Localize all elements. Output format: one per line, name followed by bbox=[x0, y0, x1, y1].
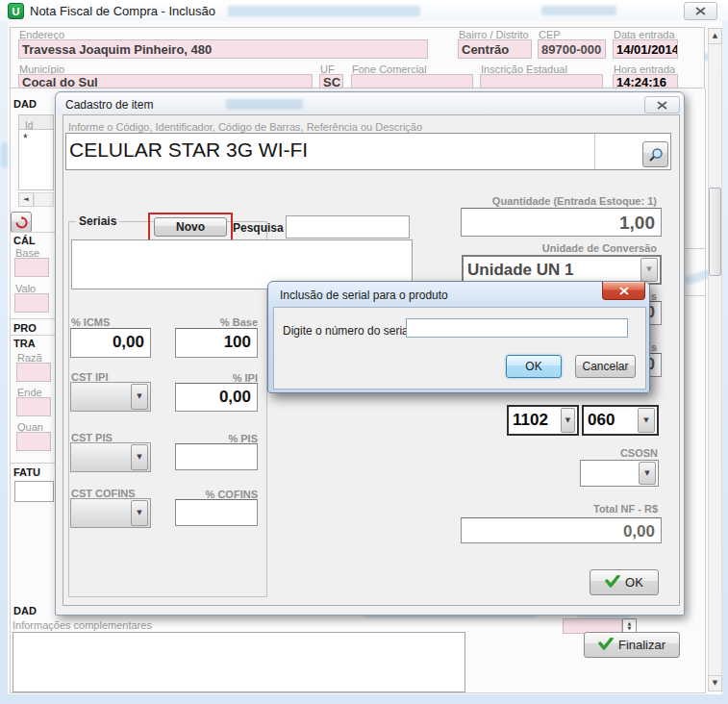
cst-icms-combo[interactable]: 060 ▼ bbox=[582, 405, 659, 436]
base-field[interactable] bbox=[14, 258, 49, 277]
chevron-down-icon: ▼ bbox=[137, 454, 141, 461]
grid-scroll-left-button[interactable]: ◄ bbox=[18, 192, 34, 207]
unidade-label: Unidade de Conversão bbox=[463, 242, 657, 254]
icms-label: % ICMS bbox=[71, 316, 110, 328]
chevron-down-icon: ▼ bbox=[644, 470, 649, 477]
scroll-down-button[interactable]: ▼ bbox=[708, 675, 722, 691]
data-entrada-field[interactable]: 14/01/2014 bbox=[613, 39, 678, 59]
cst-cofins-arrow[interactable]: ▼ bbox=[131, 500, 148, 526]
panel-border bbox=[10, 692, 706, 693]
item-dialog-ok-button[interactable]: OK bbox=[590, 569, 659, 595]
main-vscrollbar[interactable] bbox=[708, 28, 722, 691]
finalizar-label: Finalizar bbox=[618, 638, 665, 652]
razao-field[interactable] bbox=[16, 363, 51, 382]
section-pro-header: PRO bbox=[13, 322, 37, 334]
section-fatu-header: FATU bbox=[13, 466, 40, 478]
cst-pis-arrow[interactable]: ▼ bbox=[131, 444, 148, 470]
section-tra-header: TRA bbox=[13, 338, 36, 349]
endereco-field[interactable]: Travessa Joaquim Pinheiro, 480 bbox=[18, 39, 428, 59]
delete-row-button[interactable] bbox=[11, 212, 32, 233]
green-check-icon bbox=[605, 575, 620, 591]
titlebar-watermark bbox=[541, 6, 616, 15]
quantidade-label: Quantidade (Entrada Estoque: 1) bbox=[463, 195, 657, 207]
main-titlebar: U Nota Fiscal de Compra - Inclusão bbox=[0, 0, 728, 21]
cst-pis-combo[interactable]: ▼ bbox=[70, 442, 151, 472]
close-icon bbox=[695, 7, 706, 15]
chevron-down-icon: ▼ bbox=[565, 417, 570, 424]
scroll-thumb[interactable] bbox=[709, 188, 721, 276]
cep-field[interactable]: 89700-000 bbox=[538, 39, 606, 59]
csosn-arrow[interactable]: ▼ bbox=[639, 462, 656, 485]
panel-border bbox=[686, 248, 705, 249]
app-logo-icon: U bbox=[8, 3, 24, 19]
base-icms-label: % Base bbox=[175, 316, 258, 328]
seriais-group-label: Seriais bbox=[76, 214, 119, 228]
section-divider bbox=[10, 335, 55, 336]
icms-field[interactable]: 0,00 bbox=[70, 328, 151, 358]
scroll-down-icon: ▼ bbox=[713, 680, 717, 687]
valor-field[interactable] bbox=[14, 293, 49, 313]
serial-dialog-title: Inclusão de serial para o produto bbox=[280, 289, 448, 302]
red-recycle-icon bbox=[15, 216, 28, 229]
pis-field[interactable] bbox=[175, 443, 258, 470]
cst-cofins-combo[interactable]: ▼ bbox=[70, 498, 151, 528]
cfop-combo[interactable]: 1102 ▼ bbox=[507, 405, 579, 436]
cst-icms-arrow[interactable]: ▼ bbox=[638, 408, 655, 433]
bairro-field[interactable]: Centrão bbox=[458, 39, 532, 59]
cofins-field[interactable] bbox=[175, 499, 258, 526]
section-calculo-header: CÁL bbox=[13, 235, 36, 246]
product-search-button[interactable] bbox=[642, 141, 668, 167]
serial-dialog-body: Digite o número do serial: OK Cancelar bbox=[273, 307, 646, 390]
quan-field[interactable] bbox=[16, 432, 51, 451]
grid-body[interactable]: * bbox=[18, 130, 54, 190]
fone-field[interactable] bbox=[351, 74, 473, 88]
csosn-combo[interactable]: ▼ bbox=[580, 460, 659, 487]
titlebar-watermark bbox=[228, 6, 420, 16]
serial-number-input[interactable] bbox=[406, 318, 628, 338]
serial-cancel-button[interactable]: Cancelar bbox=[575, 355, 636, 378]
novo-serial-button[interactable]: Novo bbox=[154, 217, 227, 237]
cst-ipi-arrow[interactable]: ▼ bbox=[131, 384, 148, 410]
csosn-label: CSOSN bbox=[464, 447, 658, 459]
quantidade-field[interactable]: 1,00 bbox=[461, 208, 662, 237]
cst-ipi-combo[interactable]: ▼ bbox=[70, 382, 151, 412]
inscricao-field[interactable] bbox=[480, 74, 603, 88]
ende-field[interactable] bbox=[16, 397, 51, 416]
chevron-down-icon: ▼ bbox=[646, 266, 651, 273]
ipi-field[interactable]: 0,00 bbox=[175, 383, 258, 412]
cst-icms-value: 060 bbox=[584, 411, 615, 430]
item-dialog-close-button[interactable] bbox=[644, 96, 680, 113]
main-window-title: Nota Fiscal de Compra - Inclusão bbox=[30, 4, 215, 18]
cfop-arrow[interactable]: ▼ bbox=[561, 408, 575, 433]
municipio-field[interactable]: Cocal do Sul bbox=[18, 74, 313, 88]
item-dialog-titlebar: Cadastro de item bbox=[57, 93, 683, 114]
scroll-up-button[interactable]: ▲ bbox=[708, 28, 722, 44]
serial-ok-button[interactable]: OK bbox=[506, 355, 562, 378]
spin-down-icon: ▼ bbox=[628, 626, 632, 631]
total-nf-label: Total NF - R$ bbox=[463, 503, 658, 515]
total-nf-field[interactable]: 0,00 bbox=[461, 517, 662, 543]
section-dados2-header: DAD bbox=[13, 605, 37, 616]
close-icon bbox=[657, 101, 667, 110]
unidade-arrow[interactable]: ▼ bbox=[640, 258, 658, 282]
hora-entrada-field[interactable]: 14:24:16 bbox=[613, 74, 678, 88]
watermark-streak bbox=[1, 142, 8, 167]
code-search-input[interactable]: CELULAR STAR 3G WI-FI bbox=[69, 138, 589, 165]
base-icms-field[interactable]: 100 bbox=[175, 328, 258, 358]
item-dialog-watermark bbox=[226, 99, 303, 110]
serial-prompt-label: Digite o número do serial: bbox=[283, 324, 414, 338]
section-divider bbox=[10, 318, 55, 319]
uf-field[interactable]: SC bbox=[319, 74, 343, 88]
pesquisa-input[interactable] bbox=[286, 215, 410, 239]
chevron-down-icon: ▼ bbox=[137, 510, 141, 516]
grid-hscrollbar[interactable] bbox=[34, 192, 54, 207]
section-divider bbox=[10, 232, 55, 233]
fatu-field[interactable] bbox=[14, 481, 54, 502]
finalizar-button[interactable]: Finalizar bbox=[584, 632, 680, 658]
main-close-button[interactable] bbox=[684, 2, 717, 20]
scroll-up-icon: ▲ bbox=[713, 33, 717, 39]
close-icon bbox=[619, 287, 629, 295]
section-divider bbox=[10, 463, 55, 464]
serial-dialog-close-button[interactable] bbox=[602, 282, 645, 300]
info-complementares-textarea[interactable] bbox=[13, 632, 465, 692]
